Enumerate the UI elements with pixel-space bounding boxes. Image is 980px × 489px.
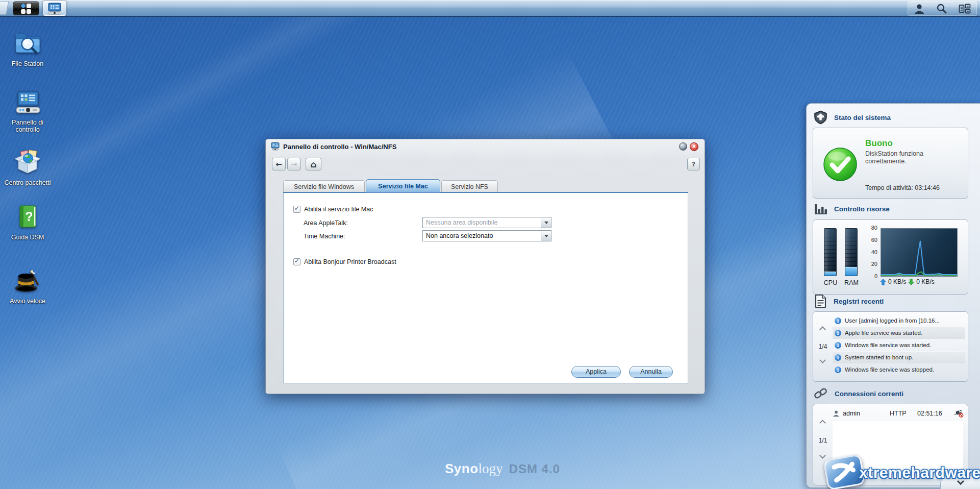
- tab-servizio-file-windows[interactable]: Servizio file Windows: [283, 180, 365, 192]
- connections-page-up-icon[interactable]: [819, 420, 826, 426]
- control-panel-task-icon: [47, 3, 62, 15]
- minimize-button[interactable]: [679, 142, 687, 151]
- connection-protocol: HTTP: [890, 410, 917, 417]
- desktop-icon-package-center[interactable]: Centro pacchetti: [1, 150, 54, 186]
- status-ok-icon: [823, 147, 858, 182]
- connection-time: 02:51:16: [917, 410, 942, 417]
- widget-collapse-button[interactable]: [940, 476, 980, 489]
- desktop-icon-label: Avvio veloce: [1, 298, 54, 305]
- bonjour-checkbox[interactable]: [293, 258, 300, 265]
- back-button[interactable]: ←: [272, 158, 286, 170]
- synology-watermark: SynologyDSM 4.0: [445, 461, 560, 477]
- window-titlebar[interactable]: Pannello di controllo - Win/Mac/NFS: [266, 139, 705, 154]
- logs-page-indicator: 1/4: [813, 343, 833, 350]
- tab-servizio-file-mac[interactable]: Servizio file Mac: [366, 179, 440, 193]
- home-button[interactable]: ⌂: [306, 158, 321, 170]
- desktop-icon-quick-start[interactable]: Avvio veloce: [1, 267, 54, 305]
- chevron-down-icon: [957, 478, 964, 485]
- upload-arrow-icon: [880, 279, 886, 285]
- logs-pagination: 1/4: [813, 312, 833, 381]
- disconnect-plug-icon[interactable]: [954, 409, 964, 418]
- show-desktop-strip[interactable]: [0, 1, 9, 15]
- uptime-text: Tempo di attività: 03:14:46: [865, 184, 940, 191]
- taskbar-right-group: [908, 1, 977, 16]
- desktop-icon-label: Guida DSM: [1, 234, 54, 241]
- enable-mac-service-row: Abilita il servizio file Mac: [293, 206, 373, 213]
- control-panel-icon: [14, 90, 41, 115]
- tab-content-panel: Abilita il servizio file Mac Area AppleT…: [283, 193, 688, 383]
- enable-mac-service-label: Abilita il servizio file Mac: [304, 206, 373, 213]
- taskbar: [0, 0, 980, 17]
- recent-logs-card: 1/4 i User [admin] logged in from [10.16…: [813, 311, 968, 382]
- info-icon: i: [835, 366, 841, 373]
- help-book-icon: ?: [15, 204, 40, 230]
- chevron-down-icon[interactable]: [541, 217, 551, 228]
- search-icon[interactable]: [936, 3, 947, 14]
- control-panel-mini-icon: [271, 142, 280, 151]
- shield-icon: [814, 110, 827, 125]
- tab-underline: [283, 192, 688, 193]
- network-up-series: [881, 241, 957, 275]
- network-graph: [881, 228, 958, 277]
- close-button[interactable]: ×: [690, 142, 698, 151]
- cpu-meter-fill: [824, 272, 836, 276]
- main-menu-button[interactable]: [13, 2, 39, 15]
- resource-monitor-header: Controllo risorse: [814, 202, 890, 215]
- network-rates: 0 KB/s 0 KB/s: [880, 278, 935, 285]
- dsm-version-text: DSM 4.0: [509, 462, 560, 476]
- log-row: i Windows file service was started.: [833, 339, 965, 351]
- pilot-view-icon[interactable]: [959, 3, 971, 14]
- logs-page-up-icon[interactable]: [819, 326, 826, 333]
- info-icon: i: [835, 354, 841, 361]
- ram-meter: [845, 228, 858, 276]
- log-row: i Windows file service was stopped.: [833, 363, 965, 376]
- apply-button[interactable]: Applica: [571, 366, 621, 378]
- taskbar-control-panel-button[interactable]: [43, 1, 66, 16]
- enable-mac-service-checkbox[interactable]: [293, 206, 300, 213]
- cpu-meter: [824, 228, 837, 276]
- desktop-icon-control-panel[interactable]: Pannello di controllo: [1, 90, 54, 133]
- current-connections-header: Connessioni correnti: [814, 387, 903, 401]
- connections-page-down-icon[interactable]: [819, 452, 826, 459]
- cpu-label: CPU: [820, 279, 841, 286]
- bonjour-label: Abilita Bonjour Printer Broadcast: [304, 258, 396, 265]
- log-row: i Apple file service was started.: [833, 327, 965, 339]
- desktop-icon-label: Centro pacchetti: [1, 179, 54, 186]
- user-icon: [833, 410, 840, 417]
- app-launcher-icon: [21, 4, 32, 14]
- control-panel-window: Pannello di controllo - Win/Mac/NFS × ← …: [265, 139, 705, 394]
- window-title: Pannello di controllo - Win/Mac/NFS: [283, 143, 396, 151]
- desktop-icon-dsm-help[interactable]: ? Guida DSM: [1, 204, 54, 241]
- tab-servizio-nfs[interactable]: Servizio NFS: [441, 180, 498, 192]
- info-icon: i: [835, 330, 841, 336]
- download-arrow-icon: [908, 279, 914, 285]
- connections-page-indicator: 1/1: [813, 437, 833, 444]
- resource-monitor-card: CPU RAM 8060 4020 0 0 KB/s 0 KB/s: [813, 219, 968, 295]
- log-list: i User [admin] logged in from [10.16... …: [833, 314, 965, 376]
- desktop-icon-label: File Station: [1, 60, 54, 67]
- forward-button[interactable]: →: [287, 158, 301, 170]
- cancel-button[interactable]: Annulla: [629, 366, 673, 378]
- info-icon: i: [835, 317, 841, 324]
- timemachine-select[interactable]: Non ancora selezionato: [422, 230, 551, 241]
- bar-chart-icon: [814, 202, 827, 215]
- appletalk-value: Nessuna area disponibile: [426, 219, 497, 226]
- system-status-description: DiskStation funziona correttamente.: [865, 150, 954, 165]
- chain-link-icon: [814, 387, 828, 401]
- system-status-card: Buono DiskStation funziona correttamente…: [813, 128, 968, 199]
- bonjour-row: Abilita Bonjour Printer Broadcast: [293, 258, 396, 265]
- logs-page-down-icon[interactable]: [819, 357, 826, 363]
- log-row: i System started to boot up.: [833, 351, 965, 363]
- connections-pagination: 1/1: [813, 404, 833, 485]
- info-icon: i: [835, 342, 841, 349]
- log-row: i User [admin] logged in from [10.16...: [833, 314, 965, 327]
- desktop-icon-label: Pannello di controllo: [1, 119, 54, 133]
- user-icon[interactable]: [914, 3, 925, 14]
- system-status-value: Buono: [865, 138, 954, 149]
- connection-user: admin: [843, 410, 890, 417]
- appletalk-select[interactable]: Nessuna area disponibile: [422, 217, 551, 228]
- chevron-down-icon[interactable]: [541, 231, 551, 241]
- help-button[interactable]: ?: [687, 158, 700, 170]
- desktop-icon-file-station[interactable]: File Station: [1, 31, 54, 67]
- ram-label: RAM: [841, 279, 862, 286]
